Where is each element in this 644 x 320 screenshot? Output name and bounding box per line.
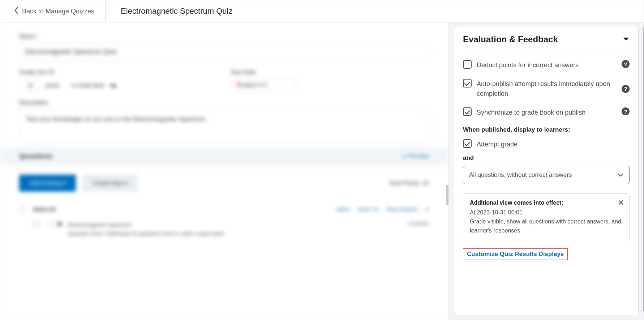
back-label: Back to Manage Quizzes (22, 8, 94, 15)
option-attempt-grade: Attempt grade (463, 139, 630, 149)
help-icon[interactable]: ? (622, 60, 630, 68)
panel-scrollbar[interactable] (643, 26, 644, 312)
select-value: All questions, without correct answers (469, 171, 572, 179)
page-header: Back to Manage Quizzes Electromagnetic S… (0, 0, 644, 22)
option-deduct-points: Deduct points for incorrect answers ? (463, 60, 630, 70)
customize-quiz-results-link[interactable]: Customize Quiz Results Displays (463, 248, 568, 260)
page-body: Name * Electromagnetic Spectrum Quiz Gra… (0, 22, 644, 320)
help-icon[interactable]: ? (622, 85, 630, 93)
chevron-down-icon (618, 172, 623, 178)
quiz-editor-main: Name * Electromagnetic Spectrum Quiz Gra… (0, 22, 448, 320)
back-to-manage-button[interactable]: Back to Manage Quizzes (0, 0, 106, 22)
sync-gradebook-checkbox[interactable] (463, 107, 472, 116)
panel-title: Evaluation & Feedback (463, 34, 558, 44)
auto-publish-checkbox[interactable] (463, 79, 472, 88)
page-title: Electromagnetic Spectrum Quiz (106, 7, 232, 16)
panel-header[interactable]: Evaluation & Feedback (463, 34, 630, 51)
quiz-edit-page: Back to Manage Quizzes Electromagnetic S… (0, 0, 644, 320)
side-panel-wrap: Evaluation & Feedback Deduct points for … (448, 22, 644, 320)
auto-publish-label: Auto-publish attempt results immediately… (477, 79, 617, 99)
close-icon[interactable]: ✕ (618, 199, 624, 207)
deduct-points-checkbox[interactable] (463, 60, 472, 69)
option-sync-gradebook: Synchronize to grade book on publish ? (463, 107, 630, 118)
attempt-grade-label: Attempt grade (477, 139, 630, 149)
option-auto-publish: Auto-publish attempt results immediately… (463, 79, 630, 99)
main-scrollbar[interactable] (446, 185, 448, 205)
evaluation-feedback-panel: Evaluation & Feedback Deduct points for … (454, 26, 639, 315)
help-icon[interactable]: ? (622, 107, 630, 115)
notice-description: Grade visible, show all questions with c… (470, 217, 623, 235)
notice-time: At 2023-10-31 00:01 (470, 208, 623, 217)
display-to-learners-heading: When published, display to learners: (463, 126, 630, 133)
attempt-grade-checkbox[interactable] (463, 139, 472, 148)
question-display-select[interactable]: All questions, without correct answers (463, 166, 630, 184)
deduct-points-label: Deduct points for incorrect answers (477, 60, 617, 70)
additional-view-notice: ✕ Additional view comes into effect: At … (463, 193, 630, 241)
sync-gradebook-label: Synchronize to grade book on publish (477, 107, 617, 118)
chevron-left-icon (14, 7, 18, 16)
notice-title: Additional view comes into effect: (470, 200, 623, 206)
chevron-down-icon (622, 37, 630, 42)
and-text: and (463, 154, 630, 162)
blurred-content: Name * Electromagnetic Spectrum Quiz Gra… (19, 33, 429, 238)
